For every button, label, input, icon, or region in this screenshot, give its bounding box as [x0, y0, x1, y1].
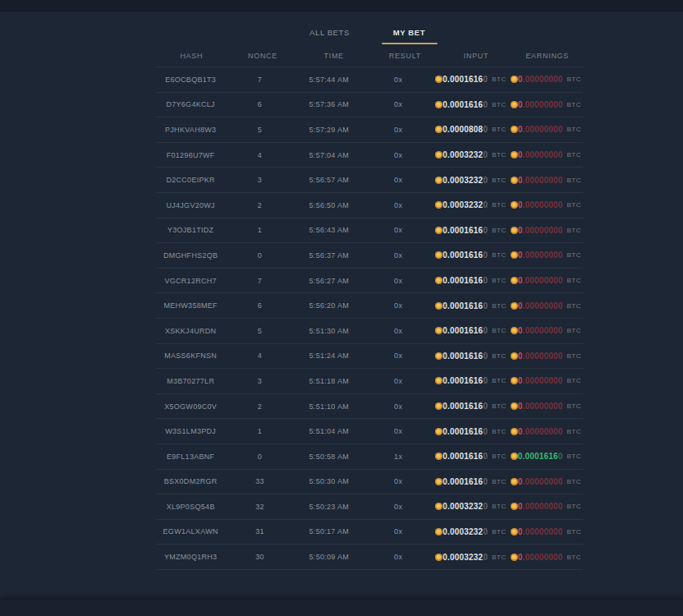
input-value: 0.0001616 — [442, 376, 483, 385]
btc-coin-icon — [511, 503, 518, 510]
table-row[interactable]: DMGHFHS2QB 0 5:56:37 AM 0x 0.00016160 BT… — [156, 243, 583, 269]
bet-input: 0.00016160 BTC — [433, 100, 507, 109]
btc-coin-icon — [511, 554, 518, 561]
btc-coin-icon — [511, 528, 518, 536]
tab-my-bet[interactable]: MY BET — [369, 25, 449, 44]
btc-coin-icon — [511, 251, 518, 259]
table-row[interactable]: MEHW358MEF 6 5:56:20 AM 0x 0.00016160 BT… — [156, 293, 583, 319]
bet-nonce: 5 — [225, 126, 294, 134]
table-row[interactable]: Y3OJB1TIDZ 1 5:56:43 AM 0x 0.00016160 BT… — [156, 218, 583, 244]
bet-result: 1x — [364, 453, 433, 461]
table-row[interactable]: E6OCBQB1T3 7 5:57:44 AM 0x 0.00016160 BT… — [156, 67, 583, 93]
bet-nonce: 3 — [225, 377, 294, 385]
table-row[interactable]: X5OGW09C0V 2 5:51:10 AM 0x 0.00016160 BT… — [156, 394, 583, 420]
bet-input: 0.00016160 BTC — [433, 75, 507, 84]
btc-coin-icon — [511, 177, 518, 184]
table-row[interactable]: UJ4JGV20WJ 2 5:56:50 AM 0x 0.00032320 BT… — [156, 193, 583, 218]
table-row[interactable]: XL9P0SQ54B 32 5:50:23 AM 0x 0.00032320 B… — [156, 494, 583, 520]
table-row[interactable]: W3S1LM3PDJ 1 5:51:04 AM 0x 0.00016160 BT… — [156, 419, 583, 444]
input-currency-label: BTC — [492, 101, 507, 108]
table-row[interactable]: YMZM0Q1RH3 30 5:50:09 AM 0x 0.00032320 B… — [156, 545, 583, 570]
bet-result: 0x — [364, 226, 433, 234]
btc-coin-icon — [435, 503, 442, 510]
bet-nonce: 7 — [225, 277, 294, 285]
bet-nonce: 30 — [225, 553, 294, 561]
input-currency-label: BTC — [492, 402, 507, 410]
bet-earnings: 0.00000000 BTC — [508, 251, 583, 260]
input-trailing-zeros: 0 — [483, 527, 488, 536]
bet-hash: F01296U7WF — [156, 151, 225, 159]
bet-time: 5:50:23 AM — [295, 503, 364, 511]
table-row[interactable]: D7Y6G4KCLJ 6 5:57:36 AM 0x 0.00016160 BT… — [156, 93, 583, 118]
btc-coin-icon — [435, 177, 442, 184]
bets-table-body: E6OCBQB1T3 7 5:57:44 AM 0x 0.00016160 BT… — [156, 67, 583, 570]
input-trailing-zeros: 0 — [483, 125, 488, 134]
input-trailing-zeros: 0 — [483, 402, 488, 411]
bet-earnings: 0.00000000 BTC — [508, 176, 583, 185]
table-row[interactable]: E9FL13ABNF 0 5:50:58 AM 1x 0.00016160 BT… — [156, 444, 583, 470]
bet-earnings: 0.00000000 BTC — [508, 226, 583, 235]
earnings-currency-label: BTC — [566, 101, 581, 108]
input-trailing-zeros: 0 — [483, 301, 488, 310]
bet-result: 0x — [364, 352, 433, 360]
btc-coin-icon — [511, 227, 518, 234]
table-row[interactable]: M3B70277LR 3 5:51:18 AM 0x 0.00016160 BT… — [156, 369, 583, 394]
input-value: 0.0001616 — [442, 251, 483, 260]
btc-coin-icon — [435, 151, 442, 159]
input-trailing-zeros: 0 — [483, 452, 488, 461]
bet-time: 5:56:50 AM — [295, 201, 364, 209]
table-row[interactable]: VGCR12RCH7 7 5:56:27 AM 0x 0.00016160 BT… — [156, 269, 583, 294]
input-trailing-zeros: 0 — [483, 276, 488, 285]
column-header-result: RESULT — [369, 52, 441, 60]
bet-result: 0x — [364, 76, 433, 84]
table-row[interactable]: D2CC0EIPKR 3 5:56:57 AM 0x 0.00032320 BT… — [156, 168, 583, 193]
earnings-trailing-zeros: .00000000 — [522, 276, 562, 285]
input-currency-label: BTC — [492, 478, 507, 485]
btc-coin-icon — [435, 402, 442, 410]
btc-coin-icon — [435, 478, 442, 485]
bet-input: 0.00032320 BTC — [433, 200, 507, 209]
bet-nonce: 2 — [225, 201, 294, 209]
bet-nonce: 5 — [225, 327, 294, 335]
earnings-trailing-zeros: .00000000 — [522, 352, 562, 361]
table-row[interactable]: BSX0DM2RGR 33 5:50:30 AM 0x 0.00016160 B… — [156, 470, 583, 495]
bet-time: 5:51:10 AM — [295, 402, 364, 411]
tab-all-bets[interactable]: ALL BETS — [290, 25, 369, 44]
column-header-input: INPUT — [441, 52, 512, 60]
input-value: 0.0001616 — [442, 226, 483, 235]
input-trailing-zeros: 0 — [483, 75, 488, 84]
bet-input: 0.00008080 BTC — [433, 125, 507, 134]
bottom-bar — [0, 599, 683, 616]
input-trailing-zeros: 0 — [483, 352, 488, 361]
bet-time: 5:57:04 AM — [295, 151, 364, 159]
bet-result: 0x — [364, 402, 433, 411]
earnings-currency-label: BTC — [566, 201, 581, 209]
bet-earnings: 0.00000000 BTC — [508, 100, 583, 109]
table-row[interactable]: MASS6KFNSN 4 5:51:24 AM 0x 0.00016160 BT… — [156, 344, 583, 370]
table-row[interactable]: PJHKVAH8W3 5 5:57:29 AM 0x 0.00008080 BT… — [156, 117, 583, 143]
bet-hash: YMZM0Q1RH3 — [156, 553, 225, 561]
btc-coin-icon — [435, 352, 442, 360]
earnings-currency-label: BTC — [566, 377, 581, 384]
bet-result: 0x — [364, 151, 433, 159]
table-row[interactable]: EGW1ALXAWN 31 5:50:17 AM 0x 0.00032320 B… — [156, 520, 583, 545]
btc-coin-icon — [435, 277, 442, 284]
earnings-trailing-zeros: .00000000 — [522, 477, 562, 486]
bet-result: 0x — [364, 377, 433, 385]
earnings-trailing-zeros: .00000000 — [522, 200, 562, 209]
input-trailing-zeros: 0 — [483, 226, 488, 235]
input-value: 0.0001616 — [442, 100, 483, 109]
input-trailing-zeros: 0 — [483, 477, 488, 486]
bet-result: 0x — [364, 327, 433, 335]
input-currency-label: BTC — [492, 503, 507, 510]
btc-coin-icon — [435, 76, 442, 83]
table-row[interactable]: XSKKJ4URDN 5 5:51:30 AM 0x 0.00016160 BT… — [156, 319, 583, 344]
input-trailing-zeros: 0 — [483, 200, 488, 209]
bet-input: 0.00016160 BTC — [433, 326, 507, 335]
table-row[interactable]: F01296U7WF 4 5:57:04 AM 0x 0.00032320 BT… — [156, 143, 583, 168]
earnings-currency-label: BTC — [566, 177, 581, 184]
btc-coin-icon — [435, 453, 442, 460]
earnings-trailing-zeros: .00000000 — [522, 553, 562, 562]
btc-coin-icon — [511, 201, 518, 209]
btc-coin-icon — [511, 151, 518, 159]
